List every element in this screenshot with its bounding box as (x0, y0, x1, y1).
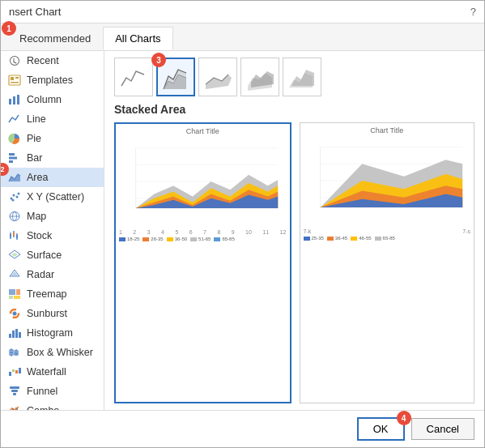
pie-icon (7, 133, 22, 144)
sidebar: Recent Templates Column Li (1, 51, 104, 410)
svg-rect-7 (9, 153, 15, 156)
chart-preview-title-1: Chart Title (119, 127, 287, 135)
chart-type-3d-area-2[interactable] (240, 58, 279, 96)
section-title: Stacked Area (114, 103, 474, 116)
waterfall-icon (7, 366, 22, 378)
svg-rect-3 (11, 82, 19, 83)
stacked-area-badge: 3 (151, 53, 166, 67)
svg-rect-35 (9, 334, 11, 338)
sidebar-item-pie[interactable]: Pie (1, 129, 104, 148)
dialog-titlebar: nsert Chart ? (1, 1, 484, 23)
svg-point-14 (18, 193, 20, 195)
recommended-badge: 1 (2, 21, 16, 36)
sidebar-item-area[interactable]: 2 Area (1, 168, 104, 187)
x-axis-labels-2: 7-k7-s (304, 228, 471, 234)
templates-icon (7, 75, 22, 86)
scatter-icon (7, 191, 22, 203)
chart-type-area-outline[interactable] (114, 58, 153, 96)
sidebar-item-box-whisker[interactable]: Box & Whisker (1, 343, 104, 362)
tab-all-charts[interactable]: All Charts (103, 27, 172, 50)
help-button[interactable]: ? (470, 6, 476, 18)
svg-rect-51 (13, 393, 16, 395)
dialog-title: nsert Chart (9, 6, 61, 18)
svg-rect-20 (10, 234, 11, 237)
stock-icon (7, 230, 22, 241)
svg-point-15 (12, 199, 15, 202)
ok-badge: 4 (397, 411, 411, 425)
bar-icon (7, 152, 22, 164)
chart-preview-title-2: Chart Title (304, 126, 471, 134)
dialog-body: Recent Templates Column Li (1, 51, 484, 410)
sidebar-item-line[interactable]: Line (1, 109, 104, 129)
svg-rect-6 (17, 95, 19, 105)
svg-rect-5 (13, 96, 15, 105)
svg-rect-46 (12, 369, 15, 372)
sidebar-item-xy-scatter[interactable]: X Y (Scatter) (1, 187, 104, 207)
svg-rect-47 (15, 370, 18, 373)
sidebar-item-stock[interactable]: Stock (1, 226, 104, 245)
column-icon (7, 94, 22, 105)
tab-recommended[interactable]: 1 Recommended (7, 27, 103, 50)
svg-rect-50 (11, 390, 18, 392)
svg-marker-57 (206, 75, 232, 89)
dialog-footer: 4 OK Cancel (1, 410, 484, 447)
sidebar-item-combo[interactable]: Combo (1, 401, 104, 410)
main-panel: 3 (104, 51, 484, 410)
svg-rect-48 (19, 368, 21, 373)
chart-previews: Chart Title (114, 122, 474, 403)
sidebar-item-column[interactable]: Column (1, 90, 104, 109)
svg-rect-30 (16, 289, 20, 295)
recent-icon (7, 55, 22, 66)
svg-marker-26 (11, 253, 18, 257)
sidebar-item-waterfall[interactable]: Waterfall (1, 362, 104, 382)
svg-point-12 (13, 194, 15, 197)
svg-rect-45 (9, 372, 11, 376)
chart-type-stacked-area[interactable]: 3 (156, 58, 195, 96)
sidebar-item-funnel[interactable]: Funnel (1, 382, 104, 401)
svg-rect-37 (15, 329, 18, 338)
box-whisker-icon (7, 347, 22, 358)
line-icon (7, 113, 22, 125)
radar-icon (7, 269, 22, 280)
svg-point-13 (16, 196, 19, 198)
svg-rect-22 (13, 233, 15, 236)
cancel-button[interactable]: Cancel (411, 418, 474, 440)
svg-rect-31 (9, 296, 13, 299)
svg-rect-4 (9, 99, 11, 105)
histogram-icon (7, 327, 22, 339)
x-axis-labels-1: 123456789101112 (119, 229, 287, 235)
chart-preview-1[interactable]: Chart Title (114, 122, 291, 403)
map-icon (7, 211, 22, 222)
sidebar-item-histogram[interactable]: Histogram (1, 323, 104, 343)
sunburst-icon (7, 308, 22, 319)
svg-marker-61 (291, 70, 314, 86)
sidebar-item-templates[interactable]: Templates (1, 70, 104, 90)
sidebar-item-surface[interactable]: Surface (1, 245, 104, 265)
sidebar-item-sunburst[interactable]: Sunburst (1, 304, 104, 323)
svg-rect-8 (9, 157, 17, 160)
surface-icon (7, 250, 22, 261)
funnel-icon (7, 386, 22, 397)
sidebar-item-recent[interactable]: Recent (1, 51, 104, 70)
svg-rect-32 (14, 296, 20, 299)
svg-rect-2 (15, 77, 19, 79)
svg-point-33 (13, 312, 17, 316)
tabs-row: 1 Recommended All Charts (1, 23, 484, 51)
legend-2: 25-35 36-45 46-55 65-85 (304, 236, 471, 241)
svg-rect-38 (19, 332, 21, 338)
chart-type-3d-area-3[interactable] (283, 58, 321, 96)
legend-1: 18-25 26-35 36-50 51-65 65-85 (119, 237, 287, 241)
area-icon (7, 172, 22, 183)
chart-preview-2[interactable]: Chart Title (300, 122, 475, 403)
insert-chart-dialog: nsert Chart ? 1 Recommended All Charts R… (0, 0, 485, 448)
sidebar-item-treemap[interactable]: Treemap (1, 284, 104, 304)
treemap-icon (7, 288, 22, 300)
svg-rect-24 (16, 235, 18, 238)
chart-type-3d-area-1[interactable] (198, 58, 237, 96)
svg-rect-36 (12, 331, 15, 338)
sidebar-item-radar[interactable]: Radar (1, 265, 104, 284)
sidebar-item-bar[interactable]: Bar (1, 148, 104, 168)
svg-rect-9 (9, 160, 13, 163)
sidebar-item-map[interactable]: Map (1, 207, 104, 226)
chart-types-row: 3 (114, 58, 474, 96)
